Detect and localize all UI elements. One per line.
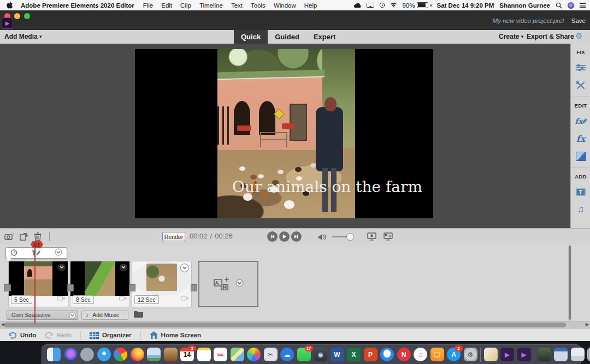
fullscreen-icon[interactable] — [384, 232, 393, 243]
dock-premiere-elements-icon[interactable]: ▶ — [500, 348, 514, 361]
dock-music-icon[interactable]: ♫ — [414, 348, 427, 361]
fix-tools-icon[interactable] — [575, 80, 587, 90]
clip-text-tool-icon[interactable]: T — [32, 249, 40, 257]
scrollbar-thumb[interactable] — [4, 323, 566, 327]
settings-gear-icon[interactable]: ⚙ — [575, 31, 582, 41]
tab-expert[interactable]: Expert — [306, 30, 343, 44]
add-media-button[interactable]: Add Media ▾ — [4, 33, 42, 40]
wifi-icon[interactable] — [390, 3, 397, 8]
dock-cloud-drive-icon[interactable]: ☁ — [280, 348, 294, 361]
dock-finder-icon[interactable] — [47, 348, 61, 361]
dock-launchpad-icon[interactable] — [80, 348, 94, 361]
next-frame-button[interactable] — [291, 231, 302, 242]
clip-menu-chevron-icon[interactable] — [58, 264, 66, 271]
render-button[interactable]: Render — [162, 232, 185, 241]
pan-zoom-camera-icon[interactable] — [4, 232, 14, 243]
minimize-window-button[interactable] — [14, 13, 20, 19]
dock-elements-organizer-icon[interactable] — [484, 348, 498, 361]
tab-quick[interactable]: Quick — [234, 30, 268, 44]
create-button[interactable]: Create ▾ — [499, 33, 523, 40]
dock-firefox-icon[interactable] — [131, 348, 144, 361]
clip-menu-chevron-icon[interactable] — [180, 264, 189, 272]
trim-handle[interactable] — [191, 284, 197, 291]
rotate-clip-icon[interactable] — [20, 232, 29, 243]
previous-frame-button[interactable] — [267, 231, 278, 242]
dock-trash-icon[interactable] — [587, 348, 590, 361]
menubar-username[interactable]: Shannon Gurnee — [499, 2, 550, 9]
menu-window[interactable]: Window — [274, 2, 296, 9]
clip-menu-chevron-icon[interactable] — [120, 264, 127, 271]
placeholder-chevron-icon[interactable] — [235, 279, 244, 289]
menu-help[interactable]: Help — [304, 2, 317, 9]
dock-preview-icon[interactable]: ✂ — [264, 348, 278, 361]
time-machine-icon[interactable] — [379, 2, 385, 8]
dock-maps-icon[interactable] — [231, 348, 244, 361]
dock-pictures-file-icon[interactable] — [147, 348, 161, 361]
play-button[interactable] — [279, 231, 290, 242]
timeline-vertical-scrollbar[interactable] — [568, 244, 571, 321]
menu-timeline[interactable]: Timeline — [199, 2, 223, 9]
trim-handle[interactable] — [129, 284, 135, 291]
export-share-button[interactable]: Export & Share — [527, 33, 574, 40]
dock-safari-icon[interactable] — [97, 348, 111, 361]
dock-word-icon[interactable]: W — [331, 348, 344, 361]
spotlight-search-icon[interactable] — [556, 2, 562, 9]
dock-books-icon[interactable]: ❏ — [430, 348, 444, 361]
transitions-icon[interactable] — [575, 151, 587, 161]
menu-file[interactable]: File — [143, 2, 154, 9]
organizer-button[interactable]: Organizer — [90, 332, 132, 339]
dock-minimized-window-2-icon[interactable] — [571, 348, 585, 361]
dock-powerpoint-icon[interactable]: P — [364, 348, 377, 361]
adjust-sliders-icon[interactable] — [575, 63, 587, 73]
undo-button[interactable]: Undo — [9, 332, 36, 339]
scroll-right-icon[interactable]: ▶ — [586, 322, 589, 327]
menu-clip[interactable]: Clip — [180, 2, 191, 9]
playhead-line[interactable] — [34, 247, 36, 324]
dock-photos-icon[interactable] — [247, 348, 261, 361]
home-screen-button[interactable]: Home Screen — [150, 331, 202, 339]
dock-calendar-icon[interactable]: 143 — [180, 348, 194, 361]
battery-indicator[interactable]: 90% — [402, 2, 431, 9]
dock-minimized-window-1-icon[interactable] — [554, 348, 568, 361]
menu-edit[interactable]: Edit — [161, 2, 172, 9]
effects-icon[interactable]: fx — [575, 134, 587, 144]
dock-messages-icon[interactable] — [380, 348, 394, 361]
dock-reminders-icon[interactable]: ≔ — [214, 348, 227, 361]
trim-handle[interactable] — [4, 284, 11, 291]
add-media-placeholder[interactable] — [198, 261, 258, 307]
apple-menu-icon[interactable] — [7, 2, 13, 9]
music-track-dropdown[interactable]: Corn Squeezins — [7, 311, 78, 320]
tab-guided[interactable]: Guided — [268, 30, 306, 44]
titles-text-icon[interactable]: T — [575, 187, 587, 197]
dock-app-store-icon[interactable]: A2 — [447, 348, 461, 361]
applied-effects-icon[interactable]: fx — [575, 116, 587, 126]
dock-premiere-elements-editor-icon[interactable]: ▶ — [517, 348, 531, 361]
playback-quality-icon[interactable] — [367, 232, 376, 243]
dock-siri-icon[interactable] — [64, 348, 78, 361]
airplay-display-icon[interactable] — [367, 3, 374, 8]
redo-button[interactable]: Redo — [45, 332, 72, 339]
dock-excel-icon[interactable]: X — [347, 348, 361, 361]
music-icon[interactable]: ♫ — [575, 205, 587, 214]
playhead-grip[interactable] — [31, 241, 43, 248]
dock-minimized-photo-icon[interactable] — [538, 348, 551, 361]
dock-screenshot-icon[interactable]: ◉ — [314, 348, 327, 361]
zoom-window-button[interactable] — [24, 13, 30, 19]
dock-system-preferences-icon[interactable]: ⚙ — [464, 348, 477, 361]
volume-slider-knob[interactable] — [346, 233, 354, 241]
timeline-horizontal-scrollbar[interactable]: ◀ ▶ — [0, 321, 590, 329]
mute-speaker-icon[interactable] — [318, 233, 327, 243]
add-music-button[interactable]: ♪ Add Music — [81, 311, 128, 320]
timeline-clip-2[interactable]: 8 Sec — [70, 261, 130, 307]
dock-news-icon[interactable]: N — [397, 348, 411, 361]
dock-chrome-icon[interactable] — [114, 348, 127, 361]
timeline-clip-3[interactable]: 12 Sec — [132, 261, 192, 307]
dock-wallet-icon[interactable] — [164, 348, 178, 361]
menu-tools[interactable]: Tools — [251, 2, 266, 9]
save-button[interactable]: Save — [571, 17, 586, 24]
cloud-status-icon[interactable] — [353, 3, 362, 8]
dock-notes-icon[interactable] — [197, 348, 211, 361]
dock-facetime-icon[interactable]: 17 — [297, 348, 311, 361]
menu-text[interactable]: Text — [231, 2, 243, 9]
timeline-clip-1[interactable]: 5 Sec — [8, 261, 68, 307]
